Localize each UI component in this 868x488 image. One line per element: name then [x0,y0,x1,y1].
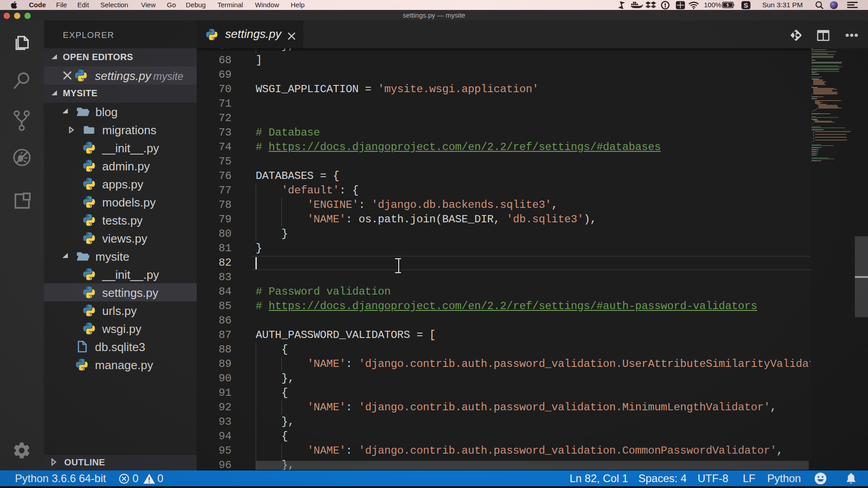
svg-text:S: S [744,2,748,9]
